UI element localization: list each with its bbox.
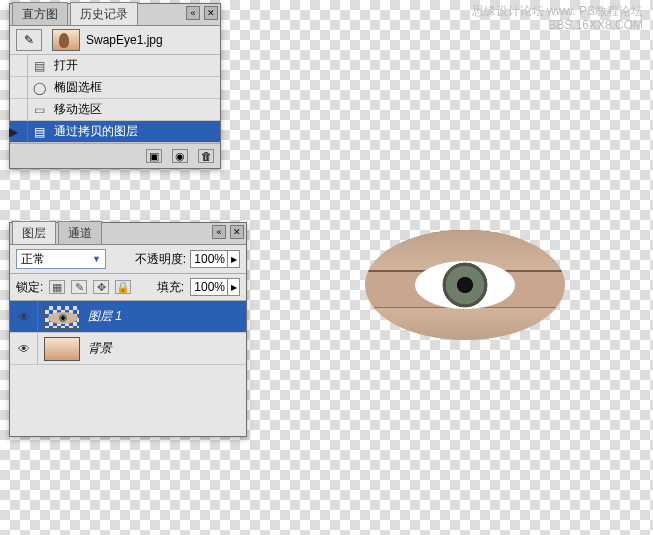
chevron-down-icon: ▼: [92, 254, 101, 264]
opacity-label: 不透明度:: [135, 251, 186, 268]
history-brush-toggle[interactable]: [10, 55, 28, 76]
tab-history[interactable]: 历史记录: [70, 2, 138, 25]
history-item-open[interactable]: ▤ 打开: [10, 55, 220, 77]
watermark-line1: 思缘设计论坛 www. PS教程论坛: [472, 4, 643, 18]
history-item-ellipse-marquee[interactable]: ◯ 椭圆选框: [10, 77, 220, 99]
layer-via-copy-icon: ▤: [28, 125, 50, 139]
canvas-eye-layer[interactable]: [365, 230, 565, 340]
watermark: 思缘设计论坛 www. PS教程论坛 BBS.16XX8.COM: [472, 4, 643, 33]
iris-shape: [415, 261, 515, 309]
history-footer: ▣ ◉ 🗑: [10, 143, 220, 168]
panel-close-icon[interactable]: ✕: [230, 225, 244, 239]
history-panel: 直方图 历史记录 « ✕ ✎ SwapEye1.jpg ▤ 打开 ◯ 椭圆选框 …: [9, 3, 221, 169]
tab-channels[interactable]: 通道: [58, 221, 102, 244]
layer-name[interactable]: 图层 1: [86, 308, 122, 325]
blend-mode-dropdown[interactable]: 正常 ▼: [16, 249, 106, 269]
panel-collapse-icon[interactable]: «: [186, 6, 200, 20]
panel-close-icon[interactable]: ✕: [204, 6, 218, 20]
fill-spinner[interactable]: ▶: [190, 278, 240, 296]
layers-panel: 图层 通道 « ✕ 正常 ▼ 不透明度: ▶ 锁定: ▦ ✎ ✥ 🔒 填充: ▶…: [9, 222, 247, 437]
history-item-label: 移动选区: [50, 101, 102, 118]
layer-row[interactable]: 👁 背景: [10, 333, 246, 365]
document-thumbnail: [52, 29, 80, 51]
tab-layers[interactable]: 图层: [12, 221, 56, 244]
history-panel-tabs: 直方图 历史记录 « ✕: [10, 4, 220, 26]
lock-all-icon[interactable]: 🔒: [115, 280, 131, 294]
open-icon: ▤: [28, 59, 50, 73]
layer-thumbnail[interactable]: [44, 337, 80, 361]
new-document-from-state-icon[interactable]: ▣: [146, 149, 162, 163]
layers-panel-tabs: 图层 通道 « ✕: [10, 223, 246, 245]
history-brush-toggle[interactable]: [10, 77, 28, 98]
history-item-label: 打开: [50, 57, 78, 74]
new-snapshot-icon[interactable]: ◉: [172, 149, 188, 163]
layer-row[interactable]: 👁 图层 1: [10, 301, 246, 333]
opacity-spinner[interactable]: ▶: [190, 250, 240, 268]
visibility-toggle-icon[interactable]: 👁: [10, 301, 38, 332]
fill-label: 填充:: [157, 279, 184, 296]
tab-histogram[interactable]: 直方图: [12, 2, 68, 25]
lock-fill-row: 锁定: ▦ ✎ ✥ 🔒 填充: ▶: [10, 274, 246, 301]
lock-position-icon[interactable]: ✥: [93, 280, 109, 294]
history-item-label: 通过拷贝的图层: [50, 123, 138, 140]
blend-opacity-row: 正常 ▼ 不透明度: ▶: [10, 245, 246, 274]
opacity-input[interactable]: [191, 252, 227, 266]
fill-input[interactable]: [191, 280, 227, 294]
visibility-toggle-icon[interactable]: 👁: [10, 333, 38, 364]
chevron-right-icon[interactable]: ▶: [227, 279, 239, 295]
lock-transparent-pixels-icon[interactable]: ▦: [49, 280, 65, 294]
history-item-label: 椭圆选框: [50, 79, 102, 96]
history-document-row[interactable]: ✎ SwapEye1.jpg: [10, 26, 220, 55]
layer-thumbnail[interactable]: [44, 305, 80, 329]
current-state-arrow-icon: ▶: [9, 125, 18, 139]
watermark-line2: BBS.16XX8.COM: [472, 18, 643, 32]
layers-list: 👁 图层 1 👁 背景: [10, 301, 246, 436]
history-list: ▤ 打开 ◯ 椭圆选框 ▭ 移动选区 ▶ ▤ 通过拷贝的图层: [10, 55, 220, 143]
document-name: SwapEye1.jpg: [86, 33, 163, 47]
chevron-right-icon[interactable]: ▶: [227, 251, 239, 267]
delete-state-icon[interactable]: 🗑: [198, 149, 214, 163]
history-brush-toggle[interactable]: [10, 99, 28, 120]
history-brush-icon[interactable]: ✎: [16, 29, 42, 51]
move-selection-icon: ▭: [28, 103, 50, 117]
blend-mode-value: 正常: [21, 251, 45, 268]
history-item-layer-via-copy[interactable]: ▶ ▤ 通过拷贝的图层: [10, 121, 220, 143]
ellipse-marquee-icon: ◯: [28, 81, 50, 95]
history-item-move-selection[interactable]: ▭ 移动选区: [10, 99, 220, 121]
panel-collapse-icon[interactable]: «: [212, 225, 226, 239]
lock-image-pixels-icon[interactable]: ✎: [71, 280, 87, 294]
layer-name[interactable]: 背景: [86, 340, 112, 357]
lock-label: 锁定:: [16, 279, 43, 296]
